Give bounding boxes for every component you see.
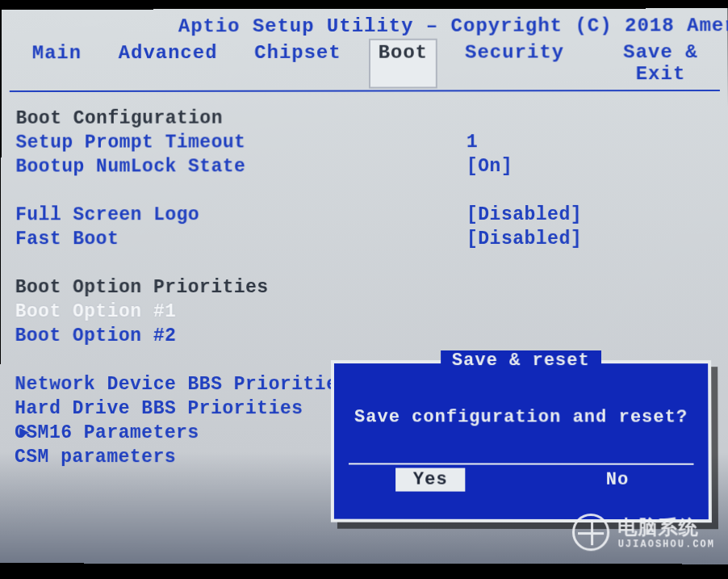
setup-prompt-timeout-label[interactable]: Setup Prompt Timeout: [15, 130, 466, 154]
section-boot-config: Boot Configuration: [16, 106, 467, 130]
watermark: 电脑系统 UJIAOSHOU.COM: [572, 514, 715, 552]
setup-prompt-timeout-value[interactable]: 1: [467, 130, 478, 154]
section-boot-priorities: Boot Option Priorities: [15, 275, 467, 300]
tab-advanced[interactable]: Advanced: [111, 40, 226, 87]
bootup-numlock-value[interactable]: [On]: [467, 154, 513, 178]
boot-option-1[interactable]: Boot Option #1: [15, 300, 467, 324]
dialog-title: Save & reset: [441, 350, 601, 371]
tab-main[interactable]: Main: [24, 40, 90, 87]
boot-option-2[interactable]: Boot Option #2: [15, 324, 467, 348]
dialog-yes-button[interactable]: Yes: [395, 468, 466, 491]
dialog-divider: [349, 463, 694, 464]
watermark-subtext: UJIAOSHOU.COM: [618, 539, 715, 550]
bios-screen: Aptio Setup Utility – Copyright (C) 2018…: [0, 8, 728, 564]
tab-boot[interactable]: Boot: [370, 40, 436, 87]
tab-bar: Main Advanced Chipset Boot Security Save…: [2, 36, 728, 87]
fast-boot-value[interactable]: [Disabled]: [467, 227, 582, 251]
dialog-message: Save configuration and reset?: [334, 407, 708, 427]
save-reset-dialog: Save & reset Save configuration and rese…: [331, 360, 712, 522]
fullscreen-logo-label[interactable]: Full Screen Logo: [15, 203, 467, 227]
fullscreen-logo-value[interactable]: [Disabled]: [467, 203, 582, 227]
app-title: Aptio Setup Utility – Copyright (C) 2018…: [2, 15, 728, 37]
tab-chipset[interactable]: Chipset: [246, 40, 349, 87]
fast-boot-label[interactable]: Fast Boot: [15, 227, 467, 251]
watermark-text: 电脑系统: [618, 514, 715, 540]
watermark-logo-icon: [572, 514, 609, 551]
header: Aptio Setup Utility – Copyright (C) 2018…: [2, 8, 728, 92]
bootup-numlock-label[interactable]: Bootup NumLock State: [15, 154, 467, 178]
submenu-arrow-icon: ▶: [19, 421, 30, 445]
dialog-no-button[interactable]: No: [588, 468, 647, 492]
tab-save-exit[interactable]: Save & Exit: [593, 40, 728, 86]
tab-security[interactable]: Security: [457, 40, 572, 86]
